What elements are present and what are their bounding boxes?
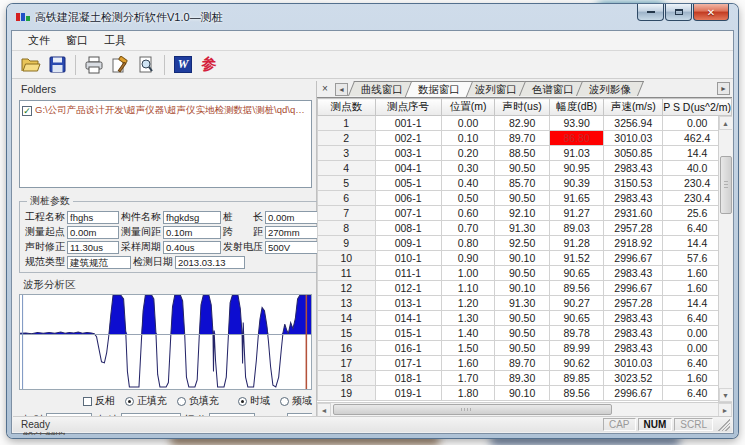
column-header[interactable]: 声速(m/s) [604, 99, 663, 116]
table-cell[interactable]: 004-1 [375, 161, 441, 176]
table-cell[interactable]: 90.10 [495, 386, 549, 401]
table-cell[interactable]: 92.50 [495, 236, 549, 251]
tab-scroll-left-icon[interactable]: ◄ [335, 83, 348, 96]
table-cell[interactable]: 2996.67 [604, 281, 663, 296]
radio-fill[interactable] [125, 397, 134, 406]
table-cell[interactable]: 1.20 [441, 296, 495, 311]
table-cell[interactable]: 91.52 [549, 251, 604, 266]
param-value-field[interactable]: 0.40us [163, 241, 221, 254]
table-cell[interactable]: 012-1 [375, 281, 441, 296]
table-row[interactable]: 15015-11.4090.5089.782983.430.00 [318, 326, 732, 341]
minimize-button[interactable] [637, 4, 664, 21]
maximize-button[interactable] [665, 4, 692, 21]
column-header[interactable]: P S D(us^2/m) [663, 99, 732, 116]
table-row[interactable]: 10010-10.9090.1091.522996.6757.6 [318, 251, 732, 266]
table-cell[interactable]: 0.70 [441, 221, 495, 236]
table-cell[interactable]: 90.62 [549, 356, 604, 371]
table-cell[interactable]: 019-1 [375, 386, 441, 401]
table-cell[interactable]: 16 [318, 341, 376, 356]
table-cell[interactable]: 1 [318, 116, 376, 131]
print-button[interactable] [81, 53, 107, 77]
column-header[interactable]: 位置(m) [441, 99, 495, 116]
scroll-up-icon[interactable]: ▲ [719, 116, 733, 130]
column-header[interactable]: 测点数 [318, 99, 376, 116]
table-cell[interactable]: 90.50 [495, 311, 549, 326]
horizontal-scrollbar[interactable]: ◄ ► [317, 402, 732, 416]
table-cell[interactable]: 91.03 [549, 146, 604, 161]
scroll-down-icon[interactable]: ▼ [719, 388, 733, 402]
vertical-scrollbar[interactable]: ▲ ▼ [718, 116, 732, 402]
invert-checkbox[interactable] [83, 397, 92, 406]
parameters-button[interactable]: 参 [196, 53, 222, 77]
tab-scroll-right-icon[interactable]: ► [717, 82, 730, 95]
tab-波列影像[interactable]: 波列影像 [576, 81, 644, 96]
table-cell[interactable]: 90.50 [495, 191, 549, 206]
table-cell[interactable]: 014-1 [375, 311, 441, 326]
table-cell[interactable]: 12 [318, 281, 376, 296]
table-cell[interactable]: 001-1 [375, 116, 441, 131]
menu-item[interactable]: 文件 [20, 31, 58, 50]
table-row[interactable]: 1001-10.0082.9093.903256.940.00 [318, 116, 732, 131]
table-cell[interactable]: 008-1 [375, 221, 441, 236]
param-value-field[interactable]: 11.30us [67, 241, 119, 254]
table-cell[interactable]: 1.30 [441, 311, 495, 326]
scroll-right-icon[interactable]: ► [718, 403, 732, 417]
checkbox-checked-icon[interactable]: ✓ [22, 106, 32, 116]
table-cell[interactable]: 0.40 [441, 176, 495, 191]
table-cell[interactable]: 2 [318, 131, 376, 146]
table-cell[interactable]: 2983.43 [604, 266, 663, 281]
table-cell[interactable]: 2983.43 [604, 311, 663, 326]
param-value-field[interactable]: 2013.03.13 [175, 256, 245, 269]
table-cell[interactable]: 016-1 [375, 341, 441, 356]
radio-domain[interactable] [280, 397, 289, 406]
table-cell[interactable]: 90.39 [549, 176, 604, 191]
table-cell[interactable]: 2931.60 [604, 206, 663, 221]
table-cell[interactable]: 90.50 [495, 266, 549, 281]
radio-domain[interactable] [238, 397, 247, 406]
param-value-field[interactable]: 0.00m [265, 211, 321, 224]
table-cell[interactable]: 003-1 [375, 146, 441, 161]
table-cell[interactable]: 0.20 [441, 146, 495, 161]
param-value-field[interactable]: fhgkdsg [163, 211, 221, 224]
table-cell[interactable]: 1.70 [441, 371, 495, 386]
waveform-plot[interactable] [19, 294, 312, 390]
param-value-field[interactable]: 0.00m [67, 226, 119, 239]
menu-item[interactable]: 工具 [96, 31, 134, 50]
table-row[interactable]: 14014-11.3090.5090.652983.436.40 [318, 311, 732, 326]
table-row[interactable]: 17017-11.6089.7090.623010.036.40 [318, 356, 732, 371]
resize-grip[interactable] [717, 418, 730, 431]
table-cell[interactable]: 013-1 [375, 296, 441, 311]
column-header[interactable]: 测点序号 [375, 99, 441, 116]
table-row[interactable]: 2002-10.1089.7086.803010.03462.4 [318, 131, 732, 146]
table-cell[interactable]: 90.10 [495, 251, 549, 266]
table-header-row[interactable]: 测点数测点序号位置(m)声时(us)幅度(dB)声速(m/s)P S D(us^… [318, 99, 732, 116]
table-cell[interactable]: 89.70 [495, 356, 549, 371]
table-cell[interactable]: 91.28 [549, 236, 604, 251]
param-value-field[interactable]: 0.10m [163, 226, 221, 239]
table-cell[interactable]: 90.27 [549, 296, 604, 311]
table-cell[interactable]: 89.78 [549, 326, 604, 341]
table-row[interactable]: 13013-11.2091.3090.272957.2814.4 [318, 296, 732, 311]
radio-fill[interactable] [177, 397, 186, 406]
table-cell[interactable]: 10 [318, 251, 376, 266]
table-cell[interactable]: 1.10 [441, 281, 495, 296]
folders-list[interactable]: ✓ G:\公司产品设计开发\超声仪器\超声仪实地检测数据\测桩\qd\qd03\… [19, 100, 312, 188]
table-row[interactable]: 11011-11.0090.5090.652983.431.60 [318, 266, 732, 281]
table-cell[interactable]: 3010.03 [604, 356, 663, 371]
table-cell[interactable]: 2983.43 [604, 326, 663, 341]
table-cell[interactable]: 86.80 [549, 131, 604, 146]
table-cell[interactable]: 1.60 [441, 356, 495, 371]
folder-item[interactable]: ✓ G:\公司产品设计开发\超声仪器\超声仪实地检测数据\测桩\qd\qd03\… [22, 104, 309, 117]
menu-item[interactable]: 窗口 [58, 31, 96, 50]
table-cell[interactable]: 89.70 [495, 131, 549, 146]
table-cell[interactable]: 011-1 [375, 266, 441, 281]
table-cell[interactable]: 1.40 [441, 326, 495, 341]
pane-close-button[interactable]: × [319, 83, 331, 95]
word-export-button[interactable]: W [170, 53, 196, 77]
table-row[interactable]: 18018-11.7089.3089.853023.521.60 [318, 371, 732, 386]
close-button[interactable]: ✕ [693, 4, 729, 21]
table-row[interactable]: 16016-11.5090.5089.992983.430.00 [318, 341, 732, 356]
table-cell[interactable]: 1.80 [441, 386, 495, 401]
table-cell[interactable]: 015-1 [375, 326, 441, 341]
open-button[interactable] [18, 53, 44, 77]
